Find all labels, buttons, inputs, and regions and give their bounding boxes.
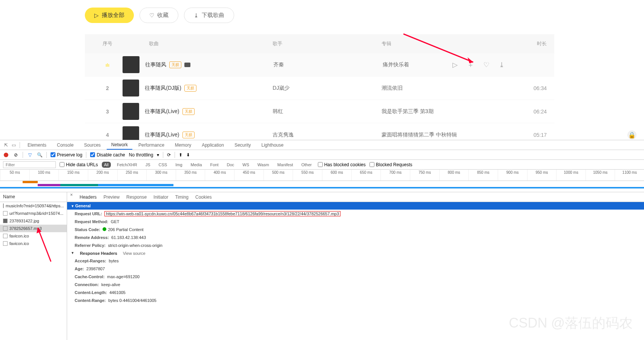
filter-icon[interactable]: ▽ bbox=[27, 152, 33, 158]
play-icon[interactable]: ▷ bbox=[452, 61, 458, 69]
tab-performance[interactable]: Performance bbox=[134, 141, 169, 149]
wifi-icon[interactable]: ⟳ bbox=[167, 152, 171, 158]
filter-fetch-xhr[interactable]: Fetch/XHR bbox=[115, 162, 140, 168]
chevron-down-icon[interactable]: ▾ bbox=[157, 152, 159, 158]
filter-js[interactable]: JS bbox=[143, 162, 153, 168]
song-row[interactable]: ılı 往事随风 无损 齐秦 痛并快乐着 ▷ ＋ ♡ ⤓ bbox=[85, 53, 554, 77]
album-cell[interactable]: 潮流依旧 bbox=[382, 85, 509, 92]
album-cover bbox=[123, 56, 140, 73]
artist-cell[interactable]: 吉克隽逸 bbox=[273, 132, 382, 138]
filter-css[interactable]: CSS bbox=[156, 162, 170, 168]
tab-elements[interactable]: Elements bbox=[23, 141, 51, 149]
song-cell: 往事随风(Live) 无损 bbox=[145, 108, 273, 115]
heart-icon: ♡ bbox=[149, 12, 154, 19]
song-title: 往事随风 bbox=[145, 61, 166, 68]
download-icon[interactable]: ⤓ bbox=[499, 61, 504, 69]
tab-lighthouse[interactable]: Lighthouse bbox=[257, 141, 288, 149]
preserve-log-checkbox[interactable]: Preserve log bbox=[51, 152, 82, 158]
blocked-requests-checkbox[interactable]: Blocked Requests bbox=[370, 162, 412, 167]
song-row[interactable]: 3 往事随风(Live) 无损 韩红 我是歌手第三季 第3期 06:24 bbox=[85, 100, 554, 123]
name-column-header[interactable]: Name bbox=[0, 192, 67, 202]
inspect-icon[interactable]: ⇱ bbox=[3, 142, 9, 148]
detail-tab-timing[interactable]: Timing bbox=[175, 195, 189, 200]
heart-icon[interactable]: ♡ bbox=[483, 61, 489, 69]
tab-network[interactable]: Network bbox=[107, 141, 132, 150]
hide-data-urls-checkbox[interactable]: Hide data URLs bbox=[60, 162, 98, 167]
album-cell[interactable]: 蒙面唱将猜猜猜第二季 中秋特辑 bbox=[382, 132, 509, 138]
filter-img[interactable]: Img bbox=[173, 162, 184, 168]
col-duration-header: 时长 bbox=[509, 40, 547, 47]
file-icon bbox=[3, 211, 8, 216]
response-headers-section[interactable]: Response Headers View source bbox=[67, 250, 644, 257]
filter-other[interactable]: Other bbox=[299, 162, 314, 168]
song-cell: 往事随风 无损 bbox=[145, 61, 273, 68]
artist-cell[interactable]: 齐秦 bbox=[273, 61, 383, 68]
request-item[interactable]: url?format=mp3&rid=15074... bbox=[0, 210, 67, 217]
request-method-row: Request Method: GET bbox=[67, 218, 644, 226]
view-source-link[interactable]: View source bbox=[123, 251, 146, 256]
search-icon[interactable]: 🔍 bbox=[37, 152, 43, 158]
row-index: 3 bbox=[92, 109, 123, 115]
filter-input[interactable] bbox=[3, 161, 56, 168]
filter-font[interactable]: Font bbox=[208, 162, 221, 168]
filter-doc[interactable]: Doc bbox=[225, 162, 237, 168]
play-icon: ▷ bbox=[94, 12, 99, 19]
blocked-cookies-checkbox[interactable]: Has blocked cookies bbox=[318, 162, 366, 167]
album-cell[interactable]: 痛并快乐着 bbox=[383, 61, 452, 68]
now-playing-icon: ılı bbox=[106, 63, 109, 68]
duration-cell: 06:34 bbox=[509, 85, 547, 91]
device-icon[interactable]: ▭ bbox=[11, 142, 17, 148]
artist-cell[interactable]: DJ崴少 bbox=[273, 85, 382, 92]
request-item[interactable]: 2378931422.jpg bbox=[0, 217, 67, 225]
request-item[interactable]: musicInfo?mid=150974&https... bbox=[0, 202, 67, 210]
record-button[interactable] bbox=[3, 152, 9, 158]
filter-all[interactable]: All bbox=[102, 162, 111, 168]
row-actions: ▷ ＋ ♡ ⤓ bbox=[452, 60, 504, 69]
request-item[interactable]: favicon.ico bbox=[0, 232, 67, 240]
song-cell: 往事随风(Live) 无损 bbox=[145, 132, 273, 138]
song-row[interactable]: 2 往事随风(DJ版) 无损 DJ崴少 潮流依旧 06:34 bbox=[85, 77, 554, 100]
filter-ws[interactable]: WS bbox=[240, 162, 251, 168]
clear-button[interactable]: ⊘ bbox=[13, 152, 19, 158]
request-url-row: Request URL: https://win-web-ra01-sycdn.… bbox=[67, 210, 644, 218]
tab-console[interactable]: Console bbox=[52, 141, 78, 149]
status-code-row: Status Code: 206 Partial Content bbox=[67, 226, 644, 234]
disable-cache-checkbox[interactable]: Disable cache bbox=[90, 152, 125, 158]
tab-memory[interactable]: Memory bbox=[170, 141, 196, 149]
general-section-header[interactable]: General bbox=[67, 202, 644, 210]
detail-tab-headers[interactable]: Headers bbox=[80, 195, 97, 200]
response-header-row: Content-Range: bytes 0-4461004/4461005 bbox=[67, 297, 644, 305]
filter-media[interactable]: Media bbox=[189, 162, 204, 168]
request-item[interactable]: favicon.ico bbox=[0, 240, 67, 247]
lock-icon[interactable]: 🔒 bbox=[627, 130, 636, 139]
duration-cell: 05:17 bbox=[509, 132, 547, 138]
tab-security[interactable]: Security bbox=[230, 141, 255, 149]
tab-sources[interactable]: Sources bbox=[80, 141, 105, 149]
detail-tab-preview[interactable]: Preview bbox=[103, 195, 120, 200]
row-index: ılı bbox=[92, 62, 123, 68]
favorite-button[interactable]: ♡ 收藏 bbox=[140, 8, 178, 23]
detail-tab-initiator[interactable]: Initiator bbox=[153, 195, 168, 200]
waterfall-overview[interactable] bbox=[0, 181, 644, 192]
throttling-select[interactable]: No throttling bbox=[129, 152, 153, 158]
detail-tab-cookies[interactable]: Cookies bbox=[195, 195, 212, 200]
play-all-button[interactable]: ▷ 播放全部 bbox=[85, 8, 134, 23]
song-title: 往事随风(DJ版) bbox=[145, 85, 181, 92]
timeline-ruler[interactable]: 50 ms 100 ms 150 ms 200 ms 250 ms 300 ms… bbox=[0, 170, 644, 181]
close-detail-button[interactable]: × bbox=[67, 192, 76, 202]
request-item[interactable]: 3782526657.mp3 bbox=[0, 225, 67, 232]
lossless-badge: 无损 bbox=[184, 85, 196, 92]
file-icon bbox=[3, 204, 4, 208]
filter-manifest[interactable]: Manifest bbox=[275, 162, 296, 168]
upload-icon[interactable]: ⬆ bbox=[179, 152, 182, 158]
favorite-label: 收藏 bbox=[157, 12, 169, 19]
tab-application[interactable]: Application bbox=[197, 141, 228, 149]
add-icon[interactable]: ＋ bbox=[467, 60, 474, 69]
detail-tab-response[interactable]: Response bbox=[126, 195, 147, 200]
col-song-header: 歌曲 bbox=[123, 40, 273, 47]
artist-cell[interactable]: 韩红 bbox=[273, 108, 382, 115]
filter-wasm[interactable]: Wasm bbox=[255, 162, 271, 168]
download-icon[interactable]: ⬇ bbox=[186, 152, 190, 158]
album-cell[interactable]: 我是歌手第三季 第3期 bbox=[382, 108, 509, 115]
download-button[interactable]: ⤓ 下载歌曲 bbox=[184, 8, 234, 23]
